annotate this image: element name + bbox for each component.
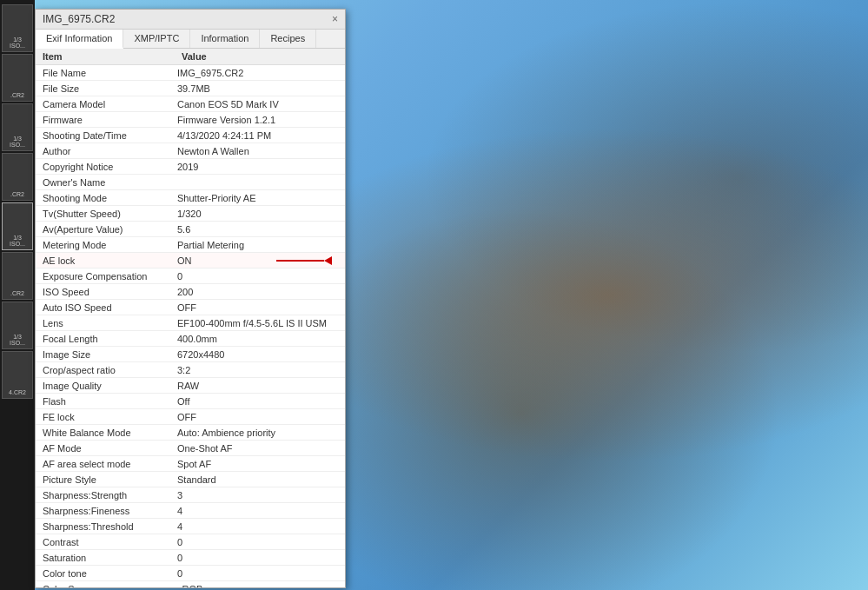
row-item-value: IMG_6975.CR2 — [177, 68, 338, 78]
row-item-label: Crop/aspect ratio — [43, 365, 177, 375]
row-item-value: OFF — [177, 302, 338, 313]
row-item-label: Focal Length — [43, 334, 177, 344]
filmstrip-label: .CR2 — [10, 191, 24, 198]
row-item-value: 0 — [177, 271, 338, 282]
tab-recipes[interactable]: Recipes — [260, 30, 316, 48]
tab-xmp-iptc[interactable]: XMP/IPTC — [123, 30, 190, 48]
row-item-value: 0 — [177, 553, 338, 563]
tab-exif-information[interactable]: Exif Information — [36, 30, 123, 49]
row-item-value: 6720x4480 — [177, 349, 338, 360]
row-item-label: AF Mode — [43, 443, 177, 454]
filmstrip-item[interactable]: 1/3ISO... — [2, 4, 33, 52]
table-row: Crop/aspect ratio3:2 — [36, 362, 345, 378]
table-row: Color tone0 — [36, 566, 345, 581]
column-header-item: Item — [43, 51, 182, 62]
row-item-label: Lens — [43, 318, 177, 328]
row-item-value: 3 — [177, 490, 338, 501]
row-item-value: Spot AF — [177, 459, 338, 469]
row-item-label: Tv(Shutter Speed) — [43, 209, 177, 219]
row-item-value: 5.6 — [177, 224, 338, 235]
row-item-label: White Balance Mode — [43, 428, 177, 438]
tab-information[interactable]: Information — [190, 30, 260, 48]
row-item-label: Saturation — [43, 553, 177, 563]
row-item-value: 3:2 — [177, 365, 338, 375]
row-item-label: Firmware — [43, 115, 177, 125]
row-item-value: Partial Metering — [177, 240, 338, 250]
row-item-label: Sharpness:Threshold — [43, 521, 177, 532]
row-item-value: sRGB — [177, 584, 338, 588]
table-row: Copyright Notice2019 — [36, 159, 345, 175]
row-item-label: Auto ISO Speed — [43, 302, 177, 313]
table-row: Shooting Date/Time4/13/2020 4:24:11 PM — [36, 128, 345, 143]
filmstrip-item[interactable]: .CR2 — [2, 153, 33, 201]
row-item-label: Color Space — [43, 584, 177, 588]
row-item-label: Flash — [43, 396, 177, 407]
table-row: Sharpness:Threshold4 — [36, 519, 345, 534]
row-item-label: Sharpness:Fineness — [43, 506, 177, 516]
table-row: FlashOff — [36, 394, 345, 409]
panel-title-bar: IMG_6975.CR2 × — [36, 10, 345, 30]
row-item-label: Exposure Compensation — [43, 271, 177, 282]
panel-title: IMG_6975.CR2 — [43, 13, 115, 25]
filmstrip-label: .CR2 — [10, 290, 24, 297]
column-header-value: Value — [182, 51, 338, 62]
table-row: Saturation0 — [36, 550, 345, 566]
filmstrip-label: 1/3ISO... — [10, 36, 25, 50]
panel-content[interactable]: Item Value File NameIMG_6975.CR2File Siz… — [36, 49, 345, 587]
row-item-value: EF100-400mm f/4.5-5.6L IS II USM — [177, 318, 338, 328]
row-item-label: Contrast — [43, 537, 177, 547]
table-row: Color SpacesRGB — [36, 581, 345, 587]
row-item-value: Canon EOS 5D Mark IV — [177, 99, 338, 109]
arrow-head — [324, 256, 332, 265]
table-row: Image Size6720x4480 — [36, 347, 345, 362]
filmstrip-item[interactable]: .CR2 — [2, 54, 33, 102]
row-item-value: 4/13/2020 4:24:11 PM — [177, 130, 338, 141]
table-header: Item Value — [36, 49, 345, 65]
row-item-label: Picture Style — [43, 474, 177, 485]
row-item-value: 4 — [177, 521, 338, 532]
table-row: Sharpness:Strength3 — [36, 487, 345, 503]
row-item-value: 400.0mm — [177, 334, 338, 344]
row-item-label: Metering Mode — [43, 240, 177, 250]
row-item-value: 39.7MB — [177, 83, 338, 94]
info-panel: IMG_6975.CR2 × Exif Information XMP/IPTC… — [35, 9, 346, 588]
table-row: Camera ModelCanon EOS 5D Mark IV — [36, 96, 345, 112]
row-item-value: Auto: Ambience priority — [177, 428, 338, 438]
filmstrip-item[interactable]: .CR2 — [2, 252, 33, 300]
filmstrip-label: 4.CR2 — [9, 389, 26, 396]
panel-close-button[interactable]: × — [332, 14, 338, 24]
row-item-value: RAW — [177, 381, 338, 391]
filmstrip-item[interactable]: 4.CR2 — [2, 351, 33, 399]
filmstrip-item[interactable]: 1/3ISO... — [2, 103, 33, 151]
row-item-label: Author — [43, 146, 177, 156]
row-item-value: 4 — [177, 506, 338, 516]
annotation-arrow — [276, 256, 332, 265]
row-item-value: Firmware Version 1.2.1 — [177, 115, 338, 125]
arrow-line — [276, 260, 324, 262]
table-row: AE lockON — [36, 253, 345, 268]
table-row: Sharpness:Fineness4 — [36, 503, 345, 519]
table-row: White Balance ModeAuto: Ambience priorit… — [36, 425, 345, 441]
table-row: Focal Length400.0mm — [36, 331, 345, 347]
table-row: ISO Speed200 — [36, 284, 345, 300]
row-item-value: 0 — [177, 537, 338, 547]
filmstrip-label: 1/3ISO... — [10, 334, 25, 347]
filmstrip-label: .CR2 — [10, 92, 24, 99]
filmstrip-label: 1/3ISO... — [10, 136, 25, 149]
row-item-value: 200 — [177, 287, 338, 297]
row-item-label: File Name — [43, 68, 177, 78]
table-row: Av(Aperture Value)5.6 — [36, 222, 345, 237]
row-item-label: Owner's Name — [43, 177, 177, 188]
table-row: Tv(Shutter Speed)1/320 — [36, 206, 345, 222]
filmstrip-item[interactable]: 1/3ISO... — [2, 202, 33, 250]
filmstrip: 1/3ISO... .CR2 1/3ISO... .CR2 1/3ISO... … — [0, 0, 35, 590]
table-row: LensEF100-400mm f/4.5-5.6L IS II USM — [36, 315, 345, 331]
row-item-label: File Size — [43, 83, 177, 94]
table-row: FE lockOFF — [36, 409, 345, 425]
table-row: AF area select modeSpot AF — [36, 456, 345, 472]
row-item-value: OFF — [177, 412, 338, 422]
filmstrip-item[interactable]: 1/3ISO... — [2, 302, 33, 349]
row-item-label: FE lock — [43, 412, 177, 422]
row-item-label: Shooting Date/Time — [43, 130, 177, 141]
row-item-value: 1/320 — [177, 209, 338, 219]
